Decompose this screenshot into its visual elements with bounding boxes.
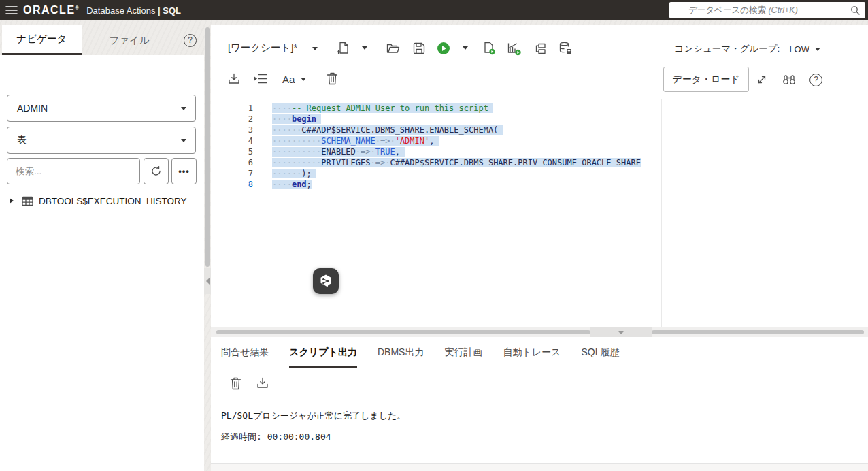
code-line[interactable]: ······C##ADP$SERVICE.DBMS_SHARE.ENABLE_S… xyxy=(272,125,641,135)
splitter-thumb[interactable] xyxy=(652,330,864,334)
worksheet-title-dropdown[interactable]: [ワークシート]* xyxy=(228,42,318,54)
autotrace-icon xyxy=(533,43,546,54)
ellipsis-icon: ••• xyxy=(178,166,190,176)
output-elapsed-time: 経過時間: 00:00:00.804 xyxy=(221,432,405,442)
expand-diagonal-icon xyxy=(756,74,767,85)
code-line[interactable]: ··········ENABLED·=>·TRUE, xyxy=(272,146,641,157)
more-options-button[interactable]: ••• xyxy=(171,158,197,184)
results-collapse-handle[interactable] xyxy=(590,327,652,337)
format-icon xyxy=(254,74,267,84)
sql-editor[interactable]: 12345678 ····-- Request ADMIN User to ru… xyxy=(211,99,868,327)
run-options-chevron[interactable] xyxy=(463,46,468,50)
line-number: 2 xyxy=(211,114,253,125)
code-content[interactable]: ····-- Request ADMIN User to run this sc… xyxy=(272,103,641,190)
download-ddl-button[interactable] xyxy=(558,42,572,58)
oracle-logo: ORACLE® xyxy=(23,4,80,16)
tab-navigator[interactable]: ナビゲータ xyxy=(2,25,82,55)
tree-item-dbtools-execution-history[interactable]: DBTOOLS$EXECUTION_HISTORY xyxy=(0,193,204,208)
chevron-down-icon xyxy=(181,139,186,142)
caret-right-icon[interactable] xyxy=(10,198,14,204)
code-line[interactable]: ····begin xyxy=(272,114,641,125)
chevron-down-icon xyxy=(181,107,186,110)
sidebar-splitter[interactable] xyxy=(204,20,211,471)
clear-editor-button[interactable] xyxy=(327,72,338,85)
collapse-left-icon xyxy=(206,278,210,285)
binoculars-icon xyxy=(782,74,796,85)
object-tree: DBTOOLS$EXECUTION_HISTORY xyxy=(0,193,204,208)
format-button[interactable] xyxy=(254,74,267,84)
hamburger-menu-icon[interactable] xyxy=(0,0,23,20)
assistant-chat-icon xyxy=(318,274,333,289)
font-size-button[interactable]: Aa xyxy=(282,74,306,85)
code-line[interactable]: ······); xyxy=(272,168,641,179)
splitter-thumb[interactable] xyxy=(205,27,210,267)
find-button[interactable] xyxy=(782,74,796,85)
collapse-down-icon xyxy=(618,331,624,334)
tab-explain-plan[interactable]: 実行計画 xyxy=(444,337,482,368)
tab-autotrace[interactable]: 自動トレース xyxy=(503,337,561,368)
explain-plan-button[interactable] xyxy=(507,42,522,59)
explain-plan-icon xyxy=(507,42,522,56)
download-output-button[interactable] xyxy=(256,377,269,389)
code-line[interactable]: ····-- Request ADMIN User to run this sc… xyxy=(272,103,641,114)
code-line[interactable]: ··········PRIVILEGES·=>·C##ADP$SERVICE.D… xyxy=(272,157,641,168)
code-line[interactable]: ··········SCHEMA_NAME·=>·'ADMIN', xyxy=(272,135,641,146)
tab-files[interactable]: ファイル xyxy=(82,25,177,55)
worksheet-help-icon[interactable]: ? xyxy=(809,74,822,86)
download-icon xyxy=(228,73,240,85)
database-search-input[interactable]: データベースの検索 (Ctrl+K) xyxy=(669,2,865,18)
line-number: 4 xyxy=(211,135,253,146)
navigator-panel: ADMIN 表 検索... ••• xyxy=(0,55,204,471)
line-number: 5 xyxy=(211,146,253,157)
code-line[interactable]: ····end; xyxy=(272,179,641,190)
chevron-down-icon xyxy=(312,47,318,50)
consumer-group-control: コンシューマ・グループ: LOW xyxy=(675,43,820,55)
trash-icon xyxy=(230,377,241,390)
data-load-button[interactable]: データ・ロード xyxy=(663,67,749,92)
line-number: 7 xyxy=(211,168,253,179)
consumer-group-select[interactable]: LOW xyxy=(789,44,820,54)
line-number: 6 xyxy=(211,157,253,168)
tab-query-result[interactable]: 問合せ結果 xyxy=(221,337,269,368)
object-type-select[interactable]: 表 xyxy=(7,127,196,154)
tab-sql-history[interactable]: SQL履歴 xyxy=(581,337,619,368)
splitter-thumb[interactable] xyxy=(216,330,590,334)
database-export-icon xyxy=(558,42,572,55)
maximize-button[interactable] xyxy=(756,74,767,85)
object-search-input[interactable]: 検索... xyxy=(7,158,140,184)
new-worksheet-button[interactable] xyxy=(337,42,350,55)
autotrace-button[interactable] xyxy=(533,43,546,54)
top-header-bar: ORACLE® Database Actions | SQL データベースの検索… xyxy=(0,0,868,20)
run-script-icon xyxy=(482,42,496,55)
database-actions-app: ORACLE® Database Actions | SQL データベースの検索… xyxy=(0,0,868,471)
chevron-down-icon xyxy=(815,48,820,51)
sidebar-help-icon[interactable]: ? xyxy=(184,34,197,47)
run-statement-button[interactable] xyxy=(437,42,450,55)
open-file-button[interactable] xyxy=(386,43,400,54)
run-icon xyxy=(437,42,450,55)
gutter-separator xyxy=(269,99,269,328)
clear-output-button[interactable] xyxy=(230,377,241,390)
line-number-gutter: 12345678 xyxy=(211,103,253,190)
save-button[interactable] xyxy=(413,42,425,54)
sidebar-collapse-handle[interactable] xyxy=(204,268,211,294)
new-worksheet-chevron[interactable] xyxy=(362,46,367,50)
tab-script-output[interactable]: スクリプト出力 xyxy=(289,337,357,368)
results-tab-bar: 問合せ結果 スクリプト出力 DBMS出力 実行計画 自動トレース SQL履歴 xyxy=(221,337,619,368)
line-number: 8 xyxy=(211,179,253,190)
run-script-button[interactable] xyxy=(482,42,496,58)
trash-icon xyxy=(327,72,338,85)
navigator-sidebar: ナビゲータ ファイル ? ADMIN 表 検索... ••• xyxy=(0,20,204,471)
output-toolbar xyxy=(211,368,868,400)
chevron-down-icon xyxy=(301,78,306,81)
table-icon xyxy=(22,196,33,206)
save-icon xyxy=(413,42,425,54)
editor-download-button[interactable] xyxy=(228,73,240,85)
code-assistant-button[interactable] xyxy=(313,268,339,294)
print-margin-line xyxy=(661,99,662,328)
results-splitter[interactable] xyxy=(211,327,868,337)
refresh-button[interactable] xyxy=(144,158,169,184)
new-file-icon xyxy=(337,42,350,55)
tab-dbms-output[interactable]: DBMS出力 xyxy=(378,337,424,368)
schema-select[interactable]: ADMIN xyxy=(7,95,196,122)
